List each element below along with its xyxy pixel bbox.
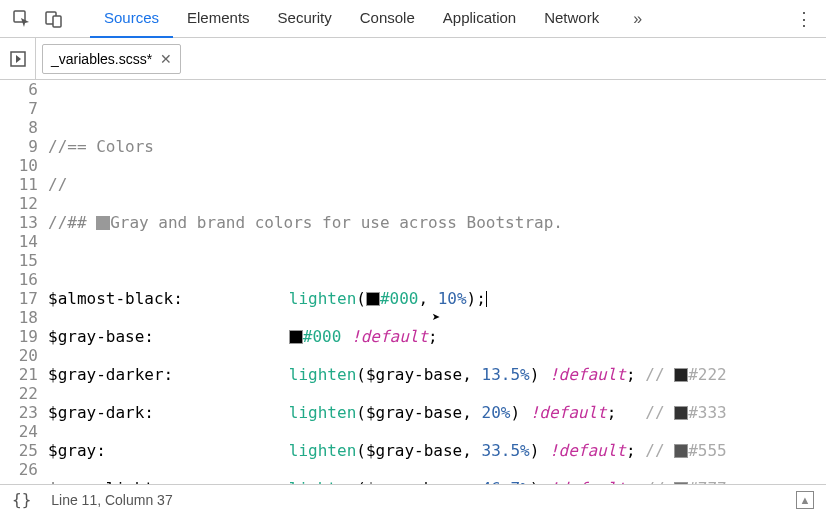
devtools-toolbar: Sources Elements Security Console Applic…: [0, 0, 826, 38]
code-line: $gray: lighten($gray-base, 33.5%) !defau…: [48, 441, 826, 460]
warning-icon[interactable]: ▲: [796, 491, 814, 509]
color-swatch: [674, 406, 688, 420]
code-line: //: [48, 175, 826, 194]
file-tab-bar: _variables.scss* ✕: [0, 38, 826, 80]
tab-application[interactable]: Application: [429, 0, 530, 38]
more-tabs-icon[interactable]: »: [633, 10, 642, 28]
code-line: $gray-dark: lighten($gray-base, 20%) !de…: [48, 403, 826, 422]
code-area[interactable]: //== Colors // //## Gray and brand color…: [44, 80, 826, 484]
file-tab[interactable]: _variables.scss* ✕: [42, 44, 181, 74]
code-line: $gray-darker: lighten($gray-base, 13.5%)…: [48, 365, 826, 384]
code-line: $almost-black: lighten(#000, 10%);: [48, 289, 826, 308]
close-icon[interactable]: ✕: [160, 51, 172, 67]
panel-tabs: Sources Elements Security Console Applic…: [90, 0, 613, 38]
line-gutter: 67891011121314151617181920212223242526: [0, 80, 44, 484]
file-tab-label: _variables.scss*: [51, 51, 152, 67]
tab-security[interactable]: Security: [264, 0, 346, 38]
color-swatch: [366, 292, 380, 306]
show-navigator-icon[interactable]: [0, 38, 36, 80]
svg-rect-2: [53, 16, 61, 27]
code-line: $gray-light: lighten($gray-base, 46.7%) …: [48, 479, 826, 484]
code-line: //== Colors: [48, 137, 826, 156]
status-bar: {} Line 11, Column 37 ▲: [0, 484, 826, 514]
code-line: //## Gray and brand colors for use acros…: [48, 213, 826, 232]
code-line: $gray-base: #000 !default;: [48, 327, 826, 346]
tab-console[interactable]: Console: [346, 0, 429, 38]
tab-network[interactable]: Network: [530, 0, 613, 38]
code-editor[interactable]: 67891011121314151617181920212223242526 /…: [0, 80, 826, 484]
mouse-cursor-icon: ➤: [432, 308, 440, 327]
color-swatch: [289, 330, 303, 344]
device-toggle-icon[interactable]: [40, 5, 68, 33]
tab-sources[interactable]: Sources: [90, 0, 173, 38]
cursor-position: Line 11, Column 37: [51, 492, 172, 508]
color-swatch: [674, 444, 688, 458]
menu-icon[interactable]: ⋮: [790, 5, 818, 33]
color-swatch: [674, 482, 688, 484]
tab-elements[interactable]: Elements: [173, 0, 264, 38]
color-swatch: [674, 368, 688, 382]
color-swatch: [96, 216, 110, 230]
inspect-element-icon[interactable]: [8, 5, 36, 33]
pretty-print-icon[interactable]: {}: [12, 490, 31, 509]
